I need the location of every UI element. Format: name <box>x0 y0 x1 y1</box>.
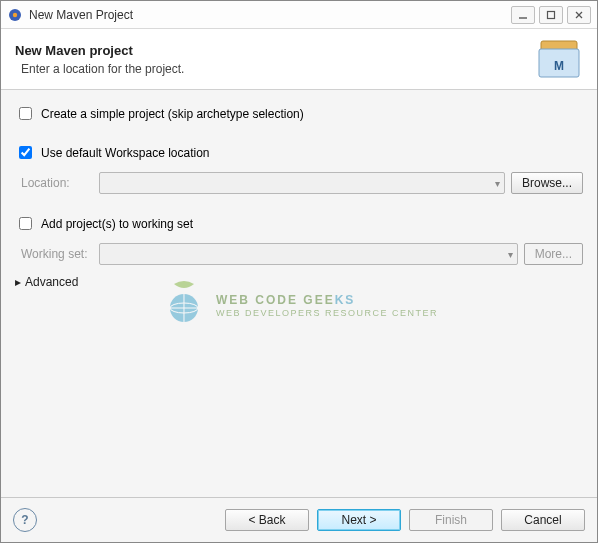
next-button[interactable]: Next > <box>317 509 401 531</box>
default-workspace-row: Use default Workspace location <box>15 143 583 162</box>
button-bar: ? < Back Next > Finish Cancel <box>1 497 597 542</box>
maven-icon: M <box>535 39 583 79</box>
page-subtitle: Enter a location for the project. <box>15 62 535 76</box>
wizard-header: New Maven project Enter a location for t… <box>1 29 597 90</box>
location-label: Location: <box>21 176 93 190</box>
content-area: Create a simple project (skip archetype … <box>1 90 597 497</box>
working-set-checkbox[interactable] <box>19 217 32 230</box>
minimize-button[interactable] <box>511 6 535 24</box>
working-set-label: Working set: <box>21 247 93 261</box>
close-button[interactable] <box>567 6 591 24</box>
window-title: New Maven Project <box>29 8 511 22</box>
working-set-row: Working set: ▾ More... <box>15 243 583 265</box>
simple-project-checkbox[interactable] <box>19 107 32 120</box>
location-combo: ▾ <box>99 172 505 194</box>
working-set-checkbox-row: Add project(s) to working set <box>15 214 583 233</box>
chevron-down-icon: ▾ <box>508 249 513 260</box>
svg-point-10 <box>170 303 198 313</box>
browse-button[interactable]: Browse... <box>511 172 583 194</box>
page-title: New Maven project <box>15 43 535 58</box>
simple-project-row: Create a simple project (skip archetype … <box>15 104 583 123</box>
app-icon <box>7 7 23 23</box>
svg-text:M: M <box>554 59 564 73</box>
maximize-button[interactable] <box>539 6 563 24</box>
advanced-label: Advanced <box>25 275 78 289</box>
chevron-right-icon: ▸ <box>15 275 21 289</box>
working-set-checkbox-label: Add project(s) to working set <box>41 217 193 231</box>
help-icon[interactable]: ? <box>13 508 37 532</box>
chevron-down-icon: ▾ <box>495 178 500 189</box>
location-row: Location: ▾ Browse... <box>15 172 583 194</box>
dialog-window: New Maven Project New Maven project Ente… <box>0 0 598 543</box>
svg-point-9 <box>170 294 198 322</box>
svg-point-1 <box>13 12 17 16</box>
default-workspace-label: Use default Workspace location <box>41 146 210 160</box>
advanced-toggle[interactable]: ▸ Advanced <box>15 275 583 289</box>
back-button[interactable]: < Back <box>225 509 309 531</box>
svg-rect-3 <box>548 11 555 18</box>
window-controls <box>511 6 591 24</box>
finish-button[interactable]: Finish <box>409 509 493 531</box>
simple-project-label: Create a simple project (skip archetype … <box>41 107 304 121</box>
more-button[interactable]: More... <box>524 243 583 265</box>
title-bar: New Maven Project <box>1 1 597 29</box>
cancel-button[interactable]: Cancel <box>501 509 585 531</box>
default-workspace-checkbox[interactable] <box>19 146 32 159</box>
working-set-combo: ▾ <box>99 243 518 265</box>
